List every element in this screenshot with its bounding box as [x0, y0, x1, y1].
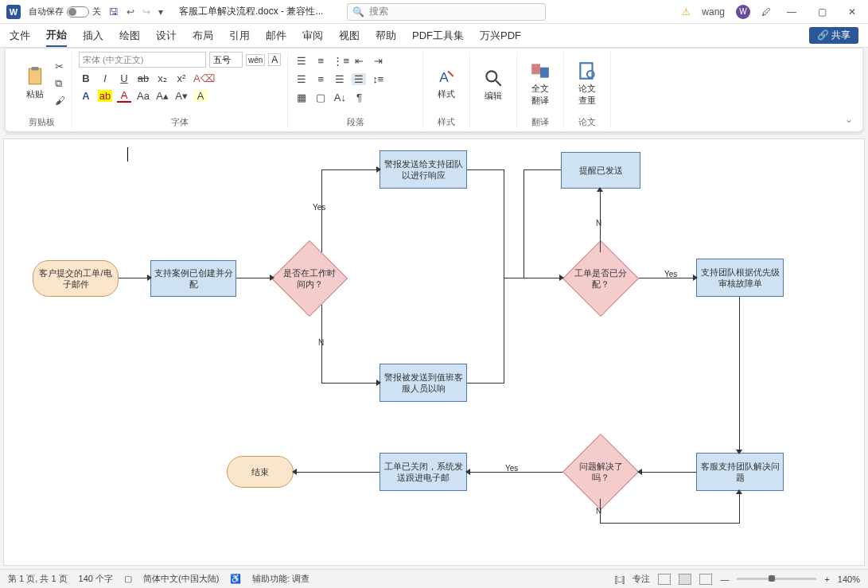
tab-mailings[interactable]: 邮件 [266, 24, 286, 47]
arrowhead-icon [559, 275, 564, 281]
thesis-icon [577, 60, 597, 81]
zoom-in-button[interactable]: + [824, 574, 829, 584]
flowchart-decision-workhours[interactable]: 是否在工作时间内？ [282, 251, 337, 306]
align-center-icon[interactable]: ≡ [313, 73, 328, 85]
tab-layout[interactable]: 布局 [193, 24, 213, 47]
styles-button[interactable]: A 样式 [430, 63, 463, 103]
tab-references[interactable]: 引用 [229, 24, 250, 47]
read-mode-icon[interactable] [658, 574, 671, 585]
flowchart-box-resolve[interactable]: 客服支持团队解决问题 [696, 453, 784, 491]
clear-format-icon[interactable]: A⌫ [193, 72, 208, 84]
avatar[interactable]: W [736, 5, 750, 19]
char-border-icon[interactable]: A [268, 53, 281, 66]
fulltext-translate-button[interactable]: 全文 翻译 [524, 57, 557, 110]
paste-button[interactable]: 粘贴 [18, 63, 52, 103]
grow-font-icon[interactable]: A▴ [155, 90, 169, 102]
edge-label-no: N [596, 507, 601, 516]
web-layout-icon[interactable] [699, 574, 712, 585]
tab-draw[interactable]: 绘图 [119, 24, 140, 47]
inc-indent-icon[interactable]: ⇥ [371, 55, 385, 67]
mic-icon[interactable]: 🖊 [761, 6, 771, 18]
text-effect-icon[interactable]: A [79, 90, 93, 102]
subscript-icon[interactable]: x₂ [155, 72, 169, 84]
share-button[interactable]: 🔗 共享 [809, 27, 858, 44]
tab-insert[interactable]: 插入 [83, 24, 103, 47]
phonetic-icon[interactable]: wén [246, 54, 265, 66]
format-painter-icon[interactable]: 🖌 [55, 95, 65, 107]
multilevel-icon[interactable]: ⋮≡ [333, 55, 347, 67]
flowchart-decision-assigned[interactable]: 工单是否已分配？ [574, 251, 628, 306]
tab-pdftools[interactable]: PDF工具集 [412, 24, 464, 47]
flowchart-box-alert-oncall[interactable]: 警报被发送到值班客服人员以响 [380, 364, 467, 402]
accessibility-status[interactable]: 辅助功能: 调查 [252, 573, 309, 585]
flowchart-box-remind-sent[interactable]: 提醒已发送 [561, 152, 640, 189]
font-name-select[interactable] [79, 52, 206, 68]
tab-wxpdf[interactable]: 万兴PDF [480, 24, 521, 47]
bold-icon[interactable]: B [79, 72, 93, 84]
search-input[interactable]: 🔍 搜索 [347, 3, 546, 21]
tab-review[interactable]: 审阅 [302, 24, 323, 47]
strike-icon[interactable]: ab [136, 72, 150, 84]
redo-icon[interactable]: ↪ [142, 6, 150, 18]
italic-icon[interactable]: I [98, 72, 112, 84]
flowchart-end[interactable]: 结束 [227, 456, 294, 488]
copy-icon[interactable]: ⧉ [55, 77, 65, 90]
show-marks-icon[interactable]: ¶ [352, 92, 366, 103]
focus-mode[interactable]: 专注 [633, 573, 650, 585]
translate-label: 翻译 [524, 115, 557, 128]
warning-icon[interactable]: ⚠ [682, 6, 691, 18]
sort-icon[interactable]: A↓ [333, 92, 347, 103]
maximize-button[interactable]: ▢ [812, 6, 831, 18]
editing-button[interactable]: 编辑 [477, 64, 510, 105]
flowchart-box-alert-team[interactable]: 警报发送给支持团队以进行响应 [380, 150, 467, 189]
print-layout-icon[interactable] [679, 574, 691, 585]
tab-view[interactable]: 视图 [339, 24, 360, 47]
undo-icon[interactable]: ↩ [127, 6, 134, 18]
minimize-button[interactable]: — [782, 6, 801, 18]
char-shading-icon[interactable]: Aa [136, 90, 150, 102]
ribbon-collapse-icon[interactable]: ⌄ [845, 114, 853, 125]
align-left-icon[interactable]: ☰ [294, 73, 309, 85]
tab-design[interactable]: 设计 [156, 24, 177, 47]
numbering-icon[interactable]: ≡ [313, 55, 328, 67]
save-icon[interactable]: 🖫 [109, 6, 119, 18]
autosave-toggle[interactable]: 自动保存 关 [29, 6, 101, 18]
underline-icon[interactable]: U [117, 72, 131, 84]
page-status[interactable]: 第 1 页, 共 1 页 [8, 573, 68, 585]
svg-rect-0 [29, 68, 41, 84]
qat-dropdown-icon[interactable]: ▾ [158, 6, 163, 18]
dec-indent-icon[interactable]: ⇤ [352, 55, 366, 67]
flowchart-box-create-case[interactable]: 支持案例已创建并分配 [150, 260, 236, 297]
zoom-out-button[interactable]: — [720, 574, 729, 584]
font-size-select[interactable] [209, 52, 243, 68]
edge-label-yes: Yes [664, 270, 677, 278]
close-button[interactable]: ✕ [843, 6, 862, 18]
document-canvas[interactable]: 客户提交的工单/电子邮件 支持案例已创建并分配 是否在工作时间内？ 警报发送给支… [3, 138, 865, 566]
superscript-icon[interactable]: x² [174, 72, 189, 84]
zoom-level[interactable]: 140% [838, 574, 860, 584]
bullets-icon[interactable]: ☰ [294, 55, 309, 67]
flowchart-decision-resolved[interactable]: 问题解决了吗？ [574, 445, 628, 499]
language-status[interactable]: 简体中文(中国大陆) [143, 573, 219, 585]
zoom-slider[interactable] [737, 578, 816, 580]
cut-icon[interactable]: ✂ [55, 60, 65, 72]
line-spacing-icon[interactable]: ↕≡ [371, 73, 385, 85]
highlight-icon[interactable]: ab [98, 90, 112, 102]
align-justify-icon[interactable]: ☰ [352, 73, 366, 85]
tab-file[interactable]: 文件 [10, 24, 30, 47]
shading-icon[interactable]: ▦ [294, 92, 309, 103]
flowchart-box-review[interactable]: 支持团队根据优先级审核故障单 [696, 259, 784, 297]
font-color-icon[interactable]: A [117, 89, 131, 103]
thesis-check-button[interactable]: 论文 查重 [570, 57, 604, 110]
styles-label: 样式 [430, 115, 463, 128]
tab-home[interactable]: 开始 [46, 24, 67, 47]
tab-help[interactable]: 帮助 [376, 24, 396, 47]
word-count[interactable]: 140 个字 [79, 573, 113, 585]
borders-icon[interactable]: ▢ [313, 92, 328, 103]
enclose-char-icon[interactable]: A [193, 90, 208, 102]
flowchart-start[interactable]: 客户提交的工单/电子邮件 [33, 260, 119, 297]
shrink-font-icon[interactable]: A▾ [174, 90, 189, 102]
autosave-label: 自动保存 [29, 6, 64, 18]
flowchart-box-close-ticket[interactable]: 工单已关闭，系统发送跟进电子邮 [380, 453, 467, 491]
align-right-icon[interactable]: ☰ [333, 73, 347, 85]
